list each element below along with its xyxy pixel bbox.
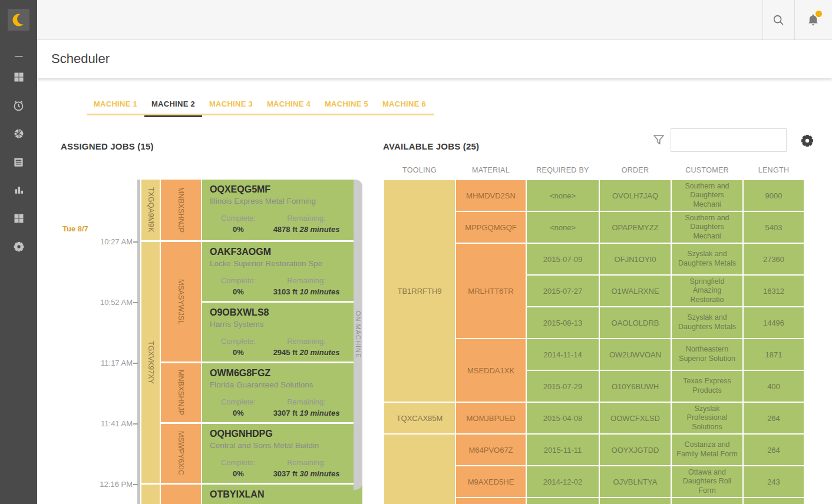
required-by-cell[interactable]: <none> xyxy=(527,180,599,211)
order-cell[interactable]: OFJN1OYI0 xyxy=(600,244,671,274)
search-button[interactable] xyxy=(762,0,794,39)
length-cell[interactable]: 264 xyxy=(744,403,804,433)
sidebar-item-reports[interactable] xyxy=(0,183,37,197)
order-cell[interactable]: OOYXJGTDD xyxy=(600,435,671,465)
material-cell[interactable]: MOMJBPUED xyxy=(456,403,526,433)
tab-machine-2[interactable]: MACHINE 2 xyxy=(144,92,202,115)
tab-machine-1[interactable]: MACHINE 1 xyxy=(87,92,144,115)
jobs-search-input[interactable] xyxy=(671,128,787,152)
filter-button[interactable] xyxy=(652,133,666,147)
order-cell[interactable]: O1WALRXNE xyxy=(600,276,671,306)
order-cell[interactable]: OPAPEMYZZ xyxy=(600,212,671,243)
gantt-material-block-label: MNBXSHNJP xyxy=(177,187,185,233)
sidebar-item-production[interactable] xyxy=(0,127,37,141)
tooling-cell[interactable] xyxy=(384,435,455,504)
gear-icon xyxy=(800,134,814,148)
sidebar-item-dashboard[interactable] xyxy=(0,70,37,84)
required-by-cell[interactable]: 2015-07-29 xyxy=(527,371,599,402)
length-cell[interactable]: 5403 xyxy=(744,212,804,243)
customer-cell[interactable]: Szyslak Professional Solutions xyxy=(672,403,742,433)
order-cell[interactable]: OJVBLNTYA xyxy=(600,466,671,497)
job-customer: Locke Superior Restoration Spe xyxy=(210,259,346,268)
tab-machine-6[interactable]: MACHINE 6 xyxy=(375,92,433,115)
required-by-cell[interactable]: 2015-11-11 xyxy=(527,435,599,465)
tab-machine-4[interactable]: MACHINE 4 xyxy=(260,92,318,115)
assigned-job-card[interactable]: OQXEQG5MFIllinois Express Metal FormingC… xyxy=(202,180,354,240)
remaining-value: 4878 ft 28 minutes xyxy=(267,225,346,234)
length-cell[interactable]: 243 xyxy=(744,466,804,497)
length-cell[interactable]: 9000 xyxy=(744,180,804,211)
customer-cell[interactable]: Southern and Daughters Mechani xyxy=(672,180,742,211)
bell-icon xyxy=(806,13,820,27)
required-by-cell[interactable]: 2014-11-14 xyxy=(527,339,599,370)
notifications-button[interactable] xyxy=(794,0,832,39)
assigned-job-card[interactable]: OTBYIXLAN xyxy=(202,485,362,504)
customer-cell[interactable]: Costanza and Family Metal Form xyxy=(672,435,742,465)
available-job-row: TQXCAX85MMOMJBPUED2015-04-08OOWCFXLSDSzy… xyxy=(384,403,804,433)
customer-cell[interactable]: Ford Professional Construction xyxy=(672,498,742,504)
remaining-label: Remaining: xyxy=(267,214,346,223)
customer-cell[interactable]: Springfield Amazing Restoratio xyxy=(672,276,742,306)
required-by-cell[interactable]: 2014-12-02 xyxy=(527,466,599,497)
gantt-material-block-label: MSASYWJSL xyxy=(177,279,185,324)
tooling-cell[interactable]: TQXCAX85M xyxy=(384,403,455,433)
length-cell[interactable]: 14496 xyxy=(744,307,804,338)
order-cell[interactable]: OVOLH7JAQ xyxy=(600,180,671,211)
length-cell[interactable]: 1871 xyxy=(744,339,804,370)
tab-machine-3[interactable]: MACHINE 3 xyxy=(202,92,260,115)
customer-cell[interactable]: Southern and Daughters Mechani xyxy=(672,212,742,243)
time-tick-mark xyxy=(133,241,138,243)
sidebar-item-settings[interactable] xyxy=(0,240,37,254)
available-jobs-table: TOOLINGMATERIALREQUIRED BYORDERCUSTOMERL… xyxy=(383,163,805,504)
material-cell[interactable]: M64PVO67Z xyxy=(456,435,526,465)
customer-cell[interactable]: Northeastern Superior Solution xyxy=(672,339,742,370)
order-cell[interactable]: OAOLOLDRB xyxy=(600,307,671,338)
table-settings-button[interactable] xyxy=(800,134,814,148)
required-by-cell[interactable]: 2015-08-13 xyxy=(527,307,599,338)
customer-cell[interactable]: Texas Express Products xyxy=(672,371,742,402)
customer-cell[interactable]: Szyslak and Daughters Metals xyxy=(672,244,742,274)
sidebar-item-schedule[interactable] xyxy=(0,98,37,112)
order-cell[interactable]: OOWCFXLSD xyxy=(600,403,671,433)
material-cell[interactable]: MRLHTT6TR xyxy=(456,244,526,338)
length-cell[interactable]: 264 xyxy=(744,435,804,465)
order-cell[interactable]: OW2UWVOAN xyxy=(600,339,671,370)
material-cell[interactable]: MSEDDA1XK xyxy=(456,339,526,402)
material-cell[interactable]: MHMDVD2SN xyxy=(456,180,526,211)
required-by-cell[interactable]: 2015-04-08 xyxy=(527,403,599,433)
complete-label: Complete: xyxy=(210,214,267,223)
assigned-job-card[interactable]: OWM6G8FGZFlorida Guaranteed SolutionsCom… xyxy=(202,363,354,422)
order-cell[interactable]: OZLENKI4B xyxy=(600,498,671,504)
required-by-cell[interactable]: 2015-07-09 xyxy=(527,244,599,274)
sidebar-item-orders[interactable] xyxy=(0,155,37,169)
available-jobs-title: AVAILABLE JOBS (25) xyxy=(383,141,479,151)
tab-machine-5[interactable]: MACHINE 5 xyxy=(318,92,375,115)
material-cell[interactable]: M9AXED5HE xyxy=(456,466,526,497)
required-by-cell[interactable]: 2016-04-12 xyxy=(527,498,599,504)
customer-cell[interactable]: Ottawa and Daughters Roll Form xyxy=(672,466,742,497)
complete-value: 0% xyxy=(210,469,267,478)
sidebar-item-apps[interactable] xyxy=(0,211,37,226)
sidebar-item-collapsed[interactable] xyxy=(0,49,37,64)
length-cell[interactable]: 27360 xyxy=(744,244,804,274)
complete-label: Complete: xyxy=(210,337,267,346)
time-tick-label: 11:41 AM xyxy=(52,419,133,428)
crescent-logo-icon xyxy=(11,12,27,28)
tooling-cell[interactable]: TB1RRFTH9 xyxy=(384,180,455,402)
required-by-cell[interactable]: 2015-07-27 xyxy=(527,276,599,306)
time-tick-label: 12:16 PM xyxy=(52,480,133,489)
column-header-tooling: TOOLING xyxy=(384,164,455,179)
order-cell[interactable]: O10Y6BUWH xyxy=(600,371,671,402)
material-cell[interactable]: MF3PGUEUQ xyxy=(456,498,526,504)
customer-cell[interactable]: Szyslak and Daughters Metals xyxy=(672,307,742,338)
assigned-job-card[interactable]: OAKF3AOGMLocke Superior Restoration SpeC… xyxy=(202,242,354,301)
material-cell[interactable]: MPPGQMGQF xyxy=(456,212,526,243)
app-logo[interactable] xyxy=(8,9,29,31)
assigned-job-card[interactable]: O9OBXWLS8Harris SystemsComplete:0%Remain… xyxy=(202,303,354,362)
length-cell[interactable]: 686 xyxy=(744,498,804,504)
assigned-job-card[interactable]: OQHGNHDPGCentral and Sons Metal BuildinC… xyxy=(202,424,354,483)
length-cell[interactable]: 400 xyxy=(744,371,804,402)
length-cell[interactable]: 16312 xyxy=(744,276,804,306)
required-by-cell[interactable]: <none> xyxy=(527,212,599,243)
gantt-tooling-block: TXGQA9M9K xyxy=(141,180,160,240)
